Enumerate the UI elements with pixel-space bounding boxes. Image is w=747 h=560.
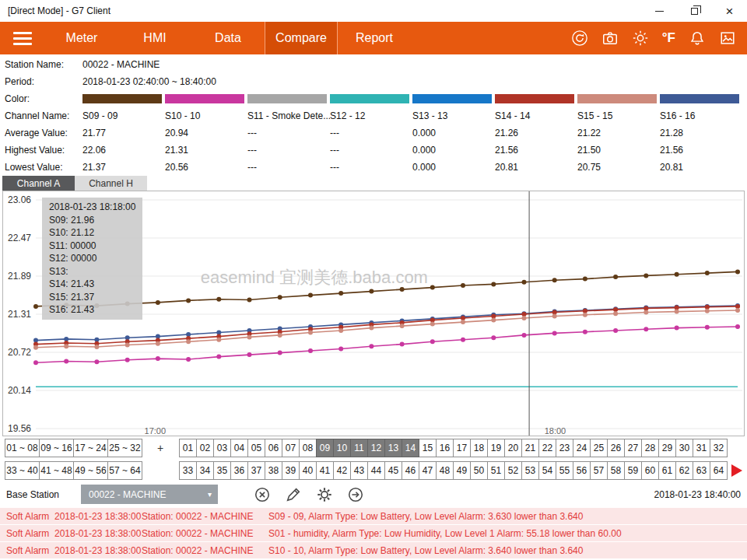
nav-tab-report[interactable]: Report <box>338 22 411 54</box>
channel-button-11[interactable]: 11 <box>350 439 368 457</box>
nav-tab-compare[interactable]: Compare <box>265 22 338 54</box>
channel-button-51[interactable]: 51 <box>487 461 505 480</box>
minimize-button[interactable] <box>642 0 677 22</box>
alarm-row[interactable]: Soft Alarm2018-01-23 18:38:00Station: 00… <box>0 542 747 558</box>
snapshot-icon[interactable] <box>719 30 736 47</box>
channel-button-04[interactable]: 04 <box>230 439 248 457</box>
alarm-row[interactable]: Soft Alarm2018-01-23 18:38:00Station: 00… <box>0 508 747 524</box>
channel-button-05[interactable]: 05 <box>247 439 265 457</box>
channel-button-40[interactable]: 40 <box>299 461 317 480</box>
channel-button-47[interactable]: 47 <box>419 461 437 480</box>
channel-button-60[interactable]: 60 <box>641 461 659 480</box>
axis-plus-button[interactable]: + <box>142 442 179 454</box>
close-button[interactable]: × <box>712 0 747 22</box>
channel-button-42[interactable]: 42 <box>333 461 351 480</box>
channel-button-08[interactable]: 08 <box>299 439 317 457</box>
temp-unit-button[interactable]: °F <box>662 30 675 46</box>
channel-button-45[interactable]: 45 <box>384 461 402 480</box>
channel-button-20[interactable]: 20 <box>504 439 522 457</box>
channel-button-62[interactable]: 62 <box>675 461 693 480</box>
restore-button[interactable] <box>677 0 712 22</box>
edit-pencil-icon[interactable] <box>285 486 302 503</box>
channel-button-01[interactable]: 01 <box>179 439 197 457</box>
base-station-dropdown[interactable]: 00022 - MACHINE ▾ <box>81 485 218 504</box>
channel-button-02[interactable]: 02 <box>196 439 214 457</box>
channel-button-64[interactable]: 64 <box>710 461 728 480</box>
channel-button-16[interactable]: 16 <box>436 439 454 457</box>
nav-tab-hmi[interactable]: HMI <box>118 22 191 54</box>
channel-button-57[interactable]: 57 <box>590 461 608 480</box>
refresh-icon[interactable] <box>571 30 588 47</box>
channel-button-43[interactable]: 43 <box>350 461 368 480</box>
channel-button-59[interactable]: 59 <box>624 461 642 480</box>
tab-channel-a[interactable]: Channel A <box>2 176 75 191</box>
channel-button-49[interactable]: 49 <box>453 461 471 480</box>
channel-button-23[interactable]: 23 <box>556 439 573 457</box>
tab-channel-h[interactable]: Channel H <box>75 176 147 191</box>
channel-button-35[interactable]: 35 <box>213 461 231 480</box>
channel-group-button[interactable]: 41 ~ 48 <box>39 461 74 480</box>
camera-icon[interactable] <box>601 30 619 47</box>
channel-button-56[interactable]: 56 <box>573 461 591 480</box>
channel-button-06[interactable]: 06 <box>265 439 282 457</box>
channel-button-37[interactable]: 37 <box>247 461 265 480</box>
channel-button-63[interactable]: 63 <box>693 461 710 480</box>
channel-button-32[interactable]: 32 <box>710 439 728 457</box>
channel-group-button[interactable]: 17 ~ 24 <box>73 439 108 457</box>
channel-button-22[interactable]: 22 <box>538 439 556 457</box>
channel-button-19[interactable]: 19 <box>487 439 505 457</box>
channel-button-53[interactable]: 53 <box>521 461 539 480</box>
channel-button-25[interactable]: 25 <box>590 439 608 457</box>
channel-button-18[interactable]: 18 <box>470 439 488 457</box>
channel-button-07[interactable]: 07 <box>282 439 300 457</box>
channel-group-button[interactable]: 09 ~ 16 <box>39 439 74 457</box>
channel-button-13[interactable]: 13 <box>384 439 402 457</box>
channel-button-55[interactable]: 55 <box>556 461 573 480</box>
channel-button-31[interactable]: 31 <box>693 439 710 457</box>
alarm-row[interactable]: Soft Alarm2018-01-23 18:38:00Station: 00… <box>0 525 747 541</box>
channel-button-34[interactable]: 34 <box>196 461 214 480</box>
channel-button-52[interactable]: 52 <box>504 461 522 480</box>
chart-area[interactable]: 23.0622.4721.8921.3120.7220.1419.56easem… <box>2 191 745 436</box>
alarm-bell-icon[interactable] <box>689 30 706 47</box>
channel-group-button[interactable]: 25 ~ 32 <box>107 439 142 457</box>
channel-button-61[interactable]: 61 <box>658 461 676 480</box>
channel-button-33[interactable]: 33 <box>179 461 197 480</box>
channel-button-54[interactable]: 54 <box>538 461 556 480</box>
menu-button[interactable] <box>0 22 45 54</box>
channel-button-30[interactable]: 30 <box>675 439 693 457</box>
channel-button-26[interactable]: 26 <box>607 439 625 457</box>
channel-button-39[interactable]: 39 <box>282 461 300 480</box>
channel-button-38[interactable]: 38 <box>265 461 282 480</box>
channel-button-12[interactable]: 12 <box>367 439 385 457</box>
channel-group-button[interactable]: 01 ~ 08 <box>5 439 40 457</box>
channel-button-24[interactable]: 24 <box>573 439 591 457</box>
channel-button-50[interactable]: 50 <box>470 461 488 480</box>
settings-gear-icon[interactable] <box>316 486 333 503</box>
channel-button-48[interactable]: 48 <box>436 461 454 480</box>
channel-button-10[interactable]: 10 <box>333 439 351 457</box>
channel-group-button[interactable]: 33 ~ 40 <box>5 461 40 480</box>
channel-button-58[interactable]: 58 <box>607 461 625 480</box>
channel-group-button[interactable]: 49 ~ 56 <box>73 461 108 480</box>
channel-button-15[interactable]: 15 <box>419 439 437 457</box>
nav-tab-data[interactable]: Data <box>191 22 265 54</box>
channel-button-41[interactable]: 41 <box>316 461 334 480</box>
channel-button-17[interactable]: 17 <box>453 439 471 457</box>
channel-button-28[interactable]: 28 <box>641 439 659 457</box>
channel-button-14[interactable]: 14 <box>402 439 419 457</box>
channel-group-button[interactable]: 57 ~ 64 <box>107 461 142 480</box>
next-page-arrow-icon[interactable] <box>731 464 742 477</box>
channel-button-03[interactable]: 03 <box>213 439 231 457</box>
channel-button-46[interactable]: 46 <box>402 461 419 480</box>
brightness-icon[interactable] <box>632 30 649 47</box>
channel-button-21[interactable]: 21 <box>521 439 539 457</box>
channel-button-44[interactable]: 44 <box>367 461 385 480</box>
channel-button-09[interactable]: 09 <box>316 439 334 457</box>
channel-button-29[interactable]: 29 <box>658 439 676 457</box>
channel-button-36[interactable]: 36 <box>230 461 248 480</box>
go-arrow-icon[interactable] <box>347 486 364 503</box>
nav-tab-meter[interactable]: Meter <box>45 22 118 54</box>
clear-icon[interactable] <box>254 486 271 503</box>
channel-button-27[interactable]: 27 <box>624 439 642 457</box>
